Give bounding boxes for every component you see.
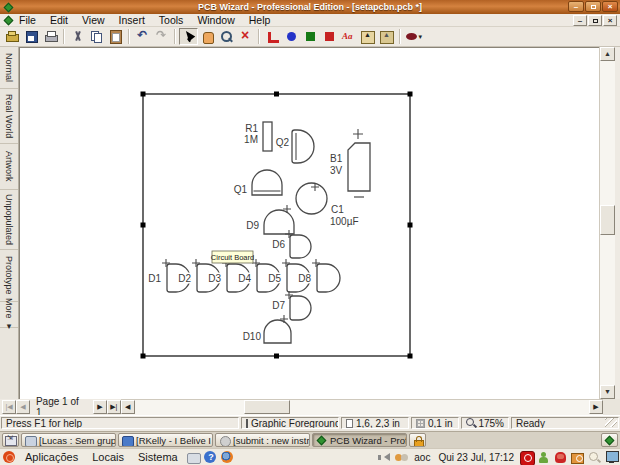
menu-tools[interactable]: Tools [152,14,191,26]
component-B1[interactable] [348,143,370,191]
selection-handle[interactable] [274,92,279,97]
taskbar-window-button[interactable]: [submit : new instruct... [215,433,310,447]
component-D10[interactable] [264,320,291,343]
ubuntu-menu-icon[interactable] [3,451,16,464]
menu-edit[interactable]: Edit [43,14,75,26]
maximize-button[interactable] [585,1,601,12]
menu-window[interactable]: Window [190,14,241,26]
next-page-button[interactable]: ▶ [93,400,107,414]
menu-view[interactable]: View [75,14,112,26]
menu-help[interactable]: Help [242,14,278,26]
pcb-drawing[interactable]: R11MQ2B13VQ1C1100µFD9D6D1D2D3D4D5D8D7D10… [20,48,600,400]
view-tab-artwork[interactable]: Artwork [0,144,18,190]
mdi-restore-button[interactable] [588,15,602,26]
cut-button[interactable] [68,28,87,45]
firefox-launcher-icon[interactable] [221,451,234,464]
menu-file[interactable]: File [12,14,43,26]
clock[interactable]: Qui 23 Jul, 17:12 [438,452,514,463]
horizontal-scroll-thumb[interactable] [244,400,290,414]
print-button[interactable] [41,28,60,45]
wi-media-icon [122,435,133,446]
close-button[interactable]: × [602,1,618,12]
workspace-app-button[interactable] [601,433,618,447]
show-desktop-button[interactable] [2,433,19,447]
vertical-scrollbar[interactable]: ▲ ▼ [599,47,615,399]
panel-menu-2[interactable]: Sistema [131,451,185,463]
scroll-down-button[interactable]: ▼ [600,385,615,399]
menu-insert[interactable]: Insert [112,14,152,26]
main-area: NormalReal WorldArtworkUnpopulatedProtot… [0,47,620,399]
delete-button[interactable] [236,28,255,45]
volume-icon[interactable] [378,451,391,464]
taskbar-window-button[interactable]: PCB Wizard - Professi... [312,433,407,447]
mdi-minimize-button[interactable]: – [573,15,587,26]
selection-handle[interactable] [274,354,279,359]
scroll-up-button[interactable]: ▲ [600,47,615,61]
status-layer-panel[interactable]: Graphic Foreground [241,417,339,429]
mdi-close-button[interactable]: × [603,15,617,26]
text-tool-button[interactable] [339,28,358,45]
power-button-icon[interactable] [520,451,533,464]
status-zoom-panel[interactable]: 175% [461,417,509,429]
taskbar-window-button[interactable]: [RKelly - I Belive I Can... [118,433,213,447]
component-D6[interactable] [290,235,311,258]
open-button[interactable] [3,28,22,45]
component-D7[interactable] [290,296,311,320]
last-page-button[interactable]: ▶| [107,400,121,414]
zoom-button[interactable] [217,28,236,45]
copy-button[interactable] [87,28,106,45]
scroll-left-button[interactable]: ◀ [121,400,135,414]
shape-tool-button[interactable]: ▾ [404,28,423,45]
pad-button[interactable] [282,28,301,45]
panel-menu-0[interactable]: Aplicações [18,451,85,463]
minimize-button[interactable]: – [568,1,584,12]
keyring-lock-button[interactable] [409,433,426,447]
view-tab-normal[interactable]: Normal [0,47,18,89]
first-page-button[interactable]: |◀ [2,400,16,414]
component-label-C1: 100µF [330,216,359,227]
search-icon[interactable] [588,451,601,464]
selection-handle[interactable] [408,92,413,97]
view-tab-more-[interactable]: More ▾ [0,302,18,328]
toolbar-separator [174,29,176,44]
scroll-right-button[interactable]: ▶ [589,400,603,414]
pcb-canvas[interactable]: R11MQ2B13VQ1C1100µFD9D6D1D2D3D4D5D8D7D10… [19,47,599,399]
silkscreen-button[interactable] [301,28,320,45]
file-manager-launcher-icon[interactable] [187,451,200,464]
selection-handle[interactable] [408,223,413,228]
help-launcher-icon[interactable] [204,451,217,464]
prev-page-button[interactable]: ◀ [16,400,30,414]
component-C1[interactable] [296,183,327,214]
selection-handle[interactable] [141,354,146,359]
save-button[interactable] [22,28,41,45]
view-tab-real-world[interactable]: Real World [0,89,18,144]
network-icon[interactable] [395,451,408,464]
copper-area-button[interactable] [320,28,339,45]
view-tab-unpopulated[interactable]: Unpopulated [0,190,18,250]
status-grid-panel[interactable]: 0,1 in [411,417,459,429]
taskbar-window-button[interactable]: [Lucas : Sem grupo - ... [21,433,116,447]
select-button[interactable] [179,28,198,45]
panel-menu-1[interactable]: Locais [85,451,131,463]
component-library-button[interactable] [358,28,377,45]
horizontal-scrollbar[interactable]: ◀ ▶ [121,399,603,415]
resize-grip[interactable] [605,417,617,427]
selection-handle[interactable] [408,354,413,359]
vertical-scroll-thumb[interactable] [600,205,615,235]
selection-handle[interactable] [141,223,146,228]
user-icon[interactable] [537,451,550,464]
view-tab-prototype[interactable]: Prototype [0,250,18,302]
selection-handle[interactable] [141,92,146,97]
component-D8[interactable] [317,264,340,292]
pan-button[interactable] [198,28,217,45]
component-browser-button[interactable] [377,28,396,45]
undo-button[interactable] [133,28,152,45]
track-button[interactable] [263,28,282,45]
screenshot-tool-icon[interactable] [571,451,584,464]
titlebar[interactable]: PCB Wizard - Professional Edition - [set… [0,0,620,14]
stop-hand-icon[interactable] [554,451,567,464]
paste-button[interactable] [106,28,125,45]
component-R1[interactable] [263,122,272,151]
monitor-icon[interactable] [605,451,618,464]
dropdown-caret-icon[interactable]: ▾ [418,33,422,41]
